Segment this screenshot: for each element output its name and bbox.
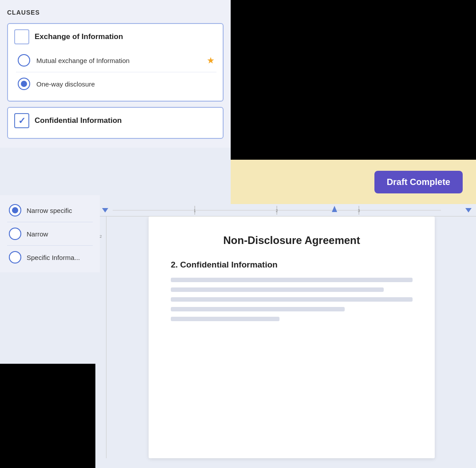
narrow-specific-radio[interactable] — [9, 204, 21, 216]
exchange-checkbox[interactable] — [14, 29, 29, 44]
ruler-ticks: 1 2 3 — [113, 206, 465, 215]
svg-text:3: 3 — [358, 208, 360, 213]
doc-line-4 — [171, 307, 345, 311]
specific-info-radio[interactable] — [9, 251, 21, 263]
exchange-options: Mutual exchange of Information ★ One-way… — [14, 49, 216, 95]
specific-info-label: Specific Informa... — [27, 254, 80, 261]
horizontal-ruler: 1 2 3 — [95, 204, 476, 216]
clauses-heading: CLAUSES — [7, 9, 224, 16]
doc-line-2 — [171, 287, 384, 292]
document-paper: Non-Disclosure Agreement 2. Confidential… — [149, 216, 435, 458]
doc-section-label: 2. Confidential Information — [171, 260, 413, 270]
redacted-area-bottom — [0, 364, 95, 468]
narrow-label: Narrow — [27, 230, 48, 238]
narrow-specific-label: Narrow specific — [27, 207, 72, 214]
specific-info-option[interactable]: Specific Informa... — [7, 245, 93, 269]
redacted-area-top — [231, 0, 476, 160]
document-title: Non-Disclosure Agreement — [171, 234, 413, 247]
doc-line-3 — [171, 297, 413, 302]
draft-complete-button[interactable]: Draft Complete — [374, 171, 463, 193]
star-icon: ★ — [207, 55, 215, 66]
one-way-label: One-way disclosure — [36, 80, 215, 88]
mutual-exchange-option[interactable]: Mutual exchange of Information ★ — [16, 49, 216, 72]
v-ruler-num-2: 2 — [99, 234, 102, 239]
narrow-radio[interactable] — [9, 228, 21, 240]
doc-line-1 — [171, 278, 413, 282]
exchange-section-header: Exchange of Information — [14, 29, 216, 44]
confidential-sub-options: Narrow specific Narrow Specific Informa.… — [0, 195, 100, 272]
confidential-section-title: Confidential Information — [35, 116, 122, 125]
clauses-panel: CLAUSES Exchange of Information Mutual e… — [0, 0, 231, 148]
ruler-svg: 1 2 3 — [113, 206, 441, 215]
ruler-left-arrow[interactable] — [102, 208, 108, 212]
svg-marker-7 — [332, 206, 337, 212]
confidential-section: Confidential Information — [7, 107, 224, 139]
one-way-disclosure-option[interactable]: One-way disclosure — [16, 72, 216, 95]
confidential-section-header: Confidential Information — [14, 113, 216, 128]
svg-text:1: 1 — [193, 208, 196, 213]
banner-area: Draft Complete — [231, 160, 476, 204]
exchange-section-title: Exchange of Information — [35, 32, 123, 41]
mutual-exchange-radio[interactable] — [18, 54, 30, 67]
svg-text:2: 2 — [275, 208, 278, 213]
narrow-option[interactable]: Narrow — [7, 222, 93, 245]
ruler-right-arrow[interactable] — [465, 208, 472, 212]
confidential-checkbox[interactable] — [14, 113, 29, 128]
mutual-exchange-label: Mutual exchange of Information — [36, 57, 201, 64]
exchange-section: Exchange of Information Mutual exchange … — [7, 23, 224, 102]
doc-line-5 — [171, 317, 279, 321]
narrow-specific-option[interactable]: Narrow specific — [7, 199, 93, 222]
one-way-radio[interactable] — [18, 78, 30, 90]
